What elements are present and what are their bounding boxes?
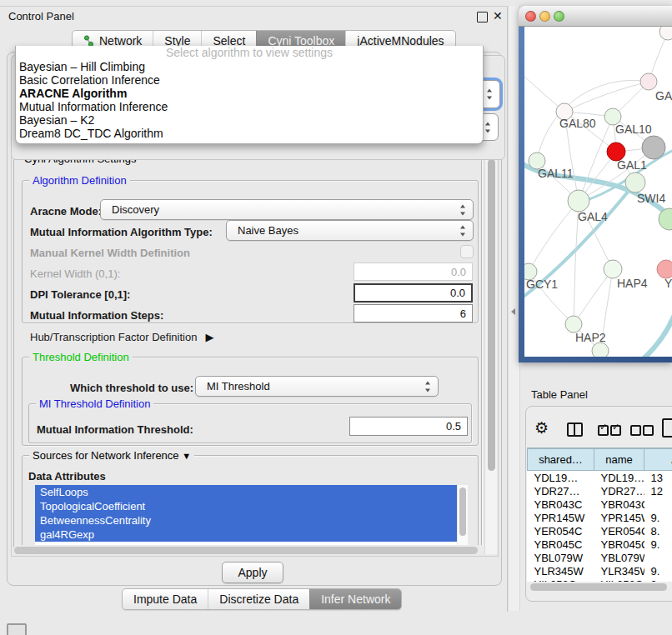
network-node-hap2[interactable] [565, 316, 582, 332]
table-row[interactable]: YBR043CYBR043C [528, 498, 672, 511]
table-cell[interactable] [644, 551, 672, 564]
node-table[interactable]: shared…nameA YDL19…YDL19…13YDR27…YDR27…1… [527, 448, 672, 582]
table-row[interactable]: YPR145WYPR145W9. [528, 511, 672, 524]
select-all-columns-icon-2[interactable]: ✓ [610, 425, 621, 436]
table-cell[interactable]: 9. [644, 564, 672, 578]
manual-kernel-width-checkbox[interactable] [460, 245, 474, 258]
algorithm-option-dream8-dc-tdc-algorithm[interactable]: Dream8 DC_TDC Algorithm [16, 127, 483, 140]
attribute-item-gal4rgexp[interactable]: gal4RGexp [35, 528, 457, 542]
network-node-label-gal: GAL [655, 89, 672, 102]
table-row[interactable]: YBL079WYBL079W [528, 551, 672, 564]
table-row[interactable]: YBR045CYBR045C9. [528, 538, 672, 551]
network-node-pink-right[interactable] [657, 260, 672, 278]
tab-infer-network[interactable]: Infer Network [309, 589, 401, 609]
attributes-scrollbar[interactable] [458, 485, 468, 546]
zoom-traffic-light-icon[interactable] [554, 11, 564, 22]
network-node-bottom-partial[interactable] [592, 342, 609, 357]
network-edge [529, 201, 579, 272]
algorithm-option-aracne-algorithm[interactable]: ARACNE Algorithm [16, 87, 483, 100]
network-node-top-partial[interactable] [659, 27, 672, 40]
collapsed-panel-button[interactable] [7, 623, 27, 635]
mi-steps-field[interactable]: 6 [354, 304, 473, 322]
gear-icon[interactable]: ⚙ [534, 418, 549, 438]
float-icon[interactable] [477, 12, 488, 22]
dpi-tolerance-field[interactable]: 0.0 [354, 283, 473, 302]
table-row[interactable]: YDR27…YDR27…12 [528, 484, 672, 498]
table-row[interactable]: YDL19…YDL19…13 [528, 471, 672, 485]
attribute-item-betweennesscentrality[interactable]: BetweennessCentrality [35, 513, 457, 528]
network-node-label-hap2: HAP2 [575, 331, 606, 344]
mi-threshold-field[interactable]: 0.5 [349, 417, 468, 436]
table-cell[interactable]: YDL19… [594, 471, 644, 485]
select-all-columns-icon[interactable]: ✓ [598, 425, 609, 436]
mi-algorithm-type-combobox[interactable]: Naive Bayes [226, 220, 474, 241]
which-threshold-combobox[interactable]: MI Threshold [195, 376, 439, 397]
table-column-header-name[interactable]: name [594, 449, 644, 471]
table-cell[interactable]: YDL19… [528, 471, 594, 485]
network-node-gray-node[interactable] [642, 136, 665, 159]
table-cell[interactable]: YPR145W [528, 511, 594, 524]
table-cell[interactable]: 12 [644, 484, 672, 498]
settings-hscrollbar[interactable] [13, 545, 489, 555]
table-row[interactable]: YLR345WYLR345W9. [528, 564, 672, 578]
table-cell[interactable] [644, 498, 672, 511]
table-cell[interactable]: YPR145W [594, 511, 644, 524]
attribute-item-selfloops[interactable]: SelfLoops [35, 485, 457, 499]
table-cell[interactable]: YLR345W [594, 564, 644, 578]
close-icon[interactable]: ✕ [493, 9, 503, 22]
table-cell[interactable]: 9. [644, 538, 672, 551]
column-view-icon[interactable] [567, 422, 583, 437]
network-canvas[interactable]: GALGAL80GAL10GAL1GAL11SWI4GAL4HAP4YGCY1H… [524, 27, 672, 357]
algorithm-dropdown-popup: Select algorithm to view settings Bayesi… [15, 46, 484, 144]
network-node-pink-topright[interactable] [640, 73, 657, 90]
settings-vscrollbar[interactable] [484, 157, 497, 554]
network-view-window[interactable]: GALGAL80GAL10GAL1GAL11SWI4GAL4HAP4YGCY1H… [519, 6, 672, 362]
table-cell[interactable]: YBR045C [594, 538, 644, 551]
algorithm-option-mutual-information-inference[interactable]: Mutual Information Inference [16, 100, 483, 113]
table-cell[interactable]: YBR045C [528, 538, 594, 551]
sources-legend[interactable]: Sources for Network Inference ▼ [29, 449, 194, 462]
kernel-width-field[interactable]: 0.0 [354, 262, 473, 281]
table-row[interactable]: YER054CYER054C8. [528, 524, 672, 538]
network-window-titlebar[interactable] [519, 6, 672, 27]
network-node-swi4[interactable] [625, 172, 645, 192]
sources-legend-text: Sources for Network Inference [33, 449, 179, 462]
table-cell[interactable]: YBL079W [528, 551, 594, 564]
table-cell[interactable]: YER054C [594, 524, 644, 538]
table-column-header-a[interactable]: A [644, 449, 672, 471]
aracne-mode-combobox[interactable]: Discovery [100, 199, 474, 220]
tab-impute-data[interactable]: Impute Data [123, 589, 208, 609]
unselect-all-columns-icon-2[interactable] [643, 425, 654, 436]
algorithm-option-basic-correlation-inference[interactable]: Basic Correlation Inference [16, 73, 483, 87]
unselect-all-columns-icon[interactable] [630, 425, 641, 436]
table-cell[interactable]: 9. [644, 511, 672, 524]
table-cell[interactable]: YDR27… [594, 484, 644, 498]
table-cell[interactable]: YLR345W [528, 564, 594, 578]
table-cell[interactable]: 8. [644, 524, 672, 538]
aracne-mode-value: Discovery [112, 203, 159, 216]
attribute-item-topologicalcoefficient[interactable]: TopologicalCoefficient [35, 499, 457, 513]
table-cell[interactable]: YDR27… [528, 484, 594, 498]
splitter-collapse-arrow-icon[interactable] [511, 308, 515, 315]
table-hscrollbar[interactable] [527, 582, 672, 592]
apply-button[interactable]: Apply [222, 562, 283, 583]
close-traffic-light-icon[interactable] [525, 11, 536, 22]
network-node-gal4[interactable] [568, 190, 589, 212]
network-node-label-gal4: GAL4 [578, 210, 608, 223]
tab-discretize-data[interactable]: Discretize Data [208, 589, 309, 609]
table-cell[interactable]: 13 [644, 471, 672, 485]
bottom-tabbar: Impute DataDiscretize DataInfer Network [122, 588, 402, 610]
dpi-tolerance-label: DPI Tolerance [0,1]: [30, 288, 130, 301]
table-column-header-shared[interactable]: shared… [528, 449, 594, 471]
table-cell[interactable]: YBR043C [594, 498, 644, 511]
table-cell[interactable]: YBL079W [594, 551, 644, 564]
data-attributes-list: SelfLoopsTopologicalCoefficientBetweenne… [35, 485, 457, 546]
table-cell[interactable]: YBR043C [528, 498, 594, 511]
minimize-traffic-light-icon[interactable] [539, 11, 550, 22]
algorithm-option-bayesian-hill-climbing[interactable]: Bayesian – Hill Climbing [16, 60, 483, 73]
network-node-hap4[interactable] [604, 260, 622, 278]
table-cell[interactable]: YER054C [528, 524, 594, 538]
new-table-icon[interactable] [662, 418, 672, 438]
hub-expander[interactable]: Hub/Transcription Factor Definition ▶ [30, 331, 213, 343]
algorithm-option-bayesian-k2[interactable]: Bayesian – K2 [16, 113, 483, 127]
